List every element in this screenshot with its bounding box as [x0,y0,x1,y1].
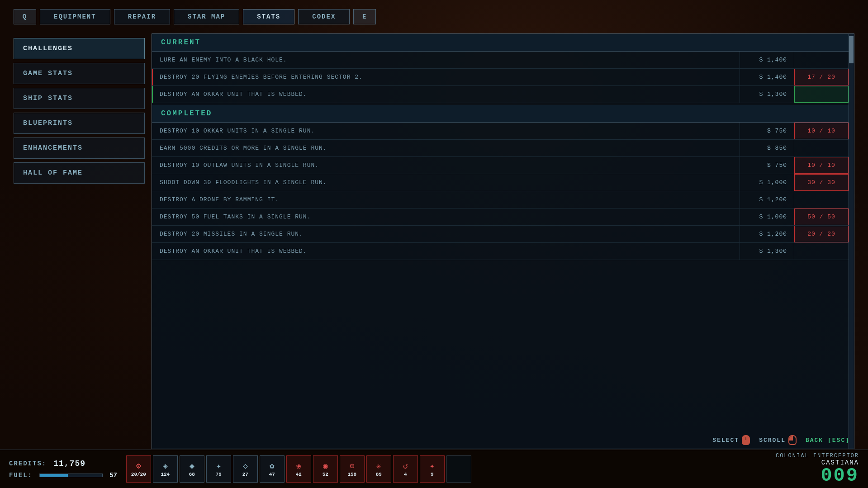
status-bar: CREDITS: 11,759 FUEL: 57 ⚙ 20/20 ◈ 124 [0,450,868,488]
fuel-bar-container [39,474,103,477]
action-hints: SELECT SCROLL BACK [ESC] [712,435,850,445]
inventory-slot-4[interactable]: ◇ 27 [233,455,258,483]
tab-stats[interactable]: STATS [243,9,294,24]
credits-fuel-panel: CREDITS: 11,759 FUEL: 57 [9,459,117,479]
challenge-progress: 17 / 20 [794,69,849,85]
inventory-slot-3[interactable]: ✦ 79 [206,455,231,483]
inventory-slot-6[interactable]: ❀ 42 [286,455,311,483]
challenge-reward: $ 1,300 [740,243,794,260]
inventory-slot-empty [446,455,471,483]
challenge-row[interactable]: DESTROY AN OKKAR UNIT THAT IS WEBBED. $ … [152,86,849,103]
slot-icon-4: ◇ [243,461,248,471]
ship-number: 009 [776,466,859,485]
challenge-progress [794,243,849,260]
challenge-reward: $ 1,300 [740,86,794,103]
sidebar-item-ship-stats[interactable]: SHIP STATS [14,88,145,109]
challenge-row[interactable]: DESTROY 20 FLYING ENEMIES BEFORE ENTERIN… [152,69,849,86]
tab-starmap[interactable]: STAR MAP [174,9,239,24]
scrollbar-thumb[interactable] [849,36,854,63]
inventory-slot-2[interactable]: ◆ 68 [180,455,204,483]
inventory-slot-7[interactable]: ◉ 52 [313,455,338,483]
challenge-progress [794,140,849,156]
back-label: BACK [ESC] [806,437,850,444]
sidebar-item-game-stats[interactable]: GAME STATS [14,63,145,84]
tab-codex[interactable]: CODEX [298,9,350,24]
challenge-row[interactable]: EARN 5000 CREDITS OR MORE IN A SINGLE RU… [152,140,849,157]
challenge-reward: $ 850 [740,140,794,156]
slot-count-0: 20/20 [131,472,146,477]
inventory-slot-8[interactable]: ⊕ 158 [340,455,365,483]
challenge-desc: DESTROY 10 OUTLAW UNITS IN A SINGLE RUN. [152,157,740,174]
slot-icon-6: ❀ [296,461,301,471]
challenge-progress: 10 / 10 [794,157,849,174]
challenge-desc: SHOOT DOWN 30 FLOODLIGHTS IN A SINGLE RU… [152,174,740,191]
ship-info: COLONIAL INTERCEPTOR CASTIANA 009 [776,453,859,485]
challenge-progress: 30 / 30 [794,174,849,191]
nav-tabs: Q EQUIPMENT REPAIR STAR MAP STATS CODEX … [14,9,854,24]
main-container: Q EQUIPMENT REPAIR STAR MAP STATS CODEX … [0,0,868,488]
slot-icon-10: ↺ [403,461,408,471]
slot-count-6: 42 [296,472,302,477]
select-label: SELECT [712,437,739,444]
inventory-slot-9[interactable]: ✳ 89 [366,455,391,483]
slot-count-10: 4 [404,472,407,477]
challenge-row[interactable]: DESTROY 10 OKKAR UNITS IN A SINGLE RUN. … [152,123,849,140]
challenge-row[interactable]: DESTROY A DRONE BY RAMMING IT. $ 1,200 [152,191,849,208]
challenge-desc: DESTROY 20 MISSILES IN A SINGLE RUN. [152,226,740,242]
slot-icon-3: ✦ [216,461,221,471]
inventory-slot-0[interactable]: ⚙ 20/20 [126,455,151,483]
slot-icon-7: ◉ [323,461,328,471]
scrollbar-track[interactable] [849,34,854,449]
challenge-desc: DESTROY AN OKKAR UNIT THAT IS WEBBED. [152,86,740,103]
sidebar-item-challenges[interactable]: CHALLENGES [14,38,145,59]
fuel-line: FUEL: 57 [9,472,117,479]
slot-icon-9: ✳ [376,461,381,471]
challenge-progress: 20 / 20 [794,226,849,242]
inventory-slot-5[interactable]: ✿ 47 [260,455,285,483]
inventory-slots: ⚙ 20/20 ◈ 124 ◆ 68 ✦ 79 ◇ 27 ✿ 47 [126,455,776,483]
sidebar-item-enhancements[interactable]: ENHANCEMENTS [14,137,145,159]
tab-repair[interactable]: REPAIR [114,9,170,24]
inventory-slot-1[interactable]: ◈ 124 [153,455,178,483]
sidebar-item-blueprints[interactable]: BLUEPRINTS [14,113,145,134]
key-e-tab[interactable]: E [353,9,376,24]
scroll-hint: SCROLL [759,435,797,445]
right-panel: CURRENT LURE AN ENEMY INTO A BLACK HOLE.… [152,33,854,449]
credits-value: 11,759 [53,459,85,468]
challenge-row[interactable]: SHOOT DOWN 30 FLOODLIGHTS IN A SINGLE RU… [152,174,849,191]
challenge-reward: $ 1,000 [740,208,794,225]
slot-icon-11: ✦ [430,461,435,471]
panel-content: CURRENT LURE AN ENEMY INTO A BLACK HOLE.… [152,34,849,449]
challenge-reward: $ 1,200 [740,191,794,208]
scroll-label: SCROLL [759,437,786,444]
fuel-label: FUEL: [9,472,33,479]
tab-equipment[interactable]: EQUIPMENT [40,9,110,24]
challenge-desc: DESTROY AN OKKAR UNIT THAT IS WEBBED. [152,243,740,260]
challenge-row[interactable]: DESTROY 50 FUEL TANKS IN A SINGLE RUN. $… [152,208,849,226]
content-area: CHALLENGES GAME STATS SHIP STATS BLUEPRI… [14,33,854,449]
inventory-slot-10[interactable]: ↺ 4 [393,455,418,483]
current-section-header: CURRENT [152,34,849,52]
ship-name-label: COLONIAL INTERCEPTOR [776,453,859,459]
challenge-progress [794,191,849,208]
challenge-row[interactable]: LURE AN ENEMY INTO A BLACK HOLE. $ 1,400 [152,52,849,69]
back-hint: BACK [ESC] [806,437,850,444]
inventory-slot-11[interactable]: ✦ 9 [420,455,445,483]
select-hint: SELECT [712,435,750,445]
challenge-reward: $ 1,200 [740,226,794,242]
key-q-tab[interactable]: Q [14,9,36,24]
fuel-value: 57 [109,472,117,479]
slot-count-7: 52 [323,472,328,477]
sidebar-item-hall-of-fame[interactable]: HALL OF FAME [14,162,145,184]
slot-count-11: 9 [431,472,434,477]
slot-icon-1: ◈ [163,461,168,471]
slot-count-3: 79 [216,472,222,477]
challenge-row[interactable]: DESTROY 20 MISSILES IN A SINGLE RUN. $ 1… [152,226,849,243]
challenge-progress: 50 / 50 [794,208,849,225]
mouse-scroll-icon [788,435,797,445]
slot-count-9: 89 [376,472,382,477]
challenge-row[interactable]: DESTROY 10 OUTLAW UNITS IN A SINGLE RUN.… [152,157,849,174]
challenge-row[interactable]: DESTROY AN OKKAR UNIT THAT IS WEBBED. $ … [152,243,849,260]
challenge-desc: DESTROY 20 FLYING ENEMIES BEFORE ENTERIN… [152,69,740,85]
slot-icon-5: ✿ [270,461,275,471]
